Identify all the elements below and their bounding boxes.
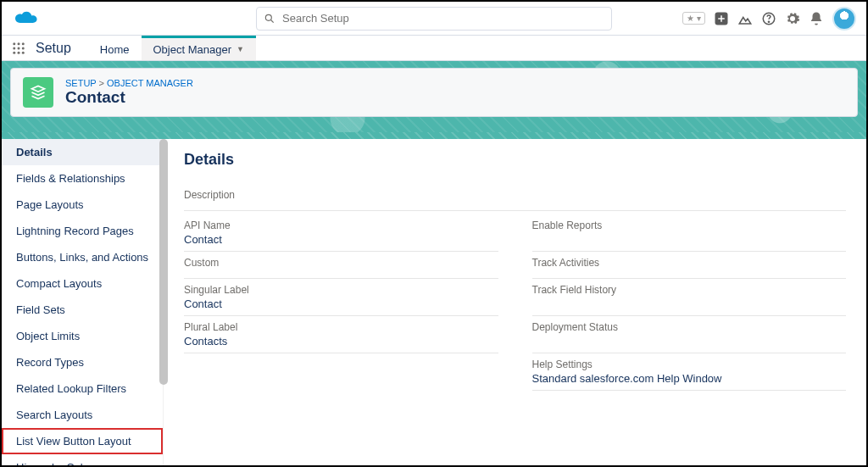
- app-name: Setup: [36, 36, 88, 60]
- nav-tab-label: Object Manager: [153, 43, 232, 56]
- svg-point-9: [18, 47, 20, 49]
- breadcrumb-setup[interactable]: SETUP: [65, 78, 96, 88]
- nav-tab-object-manager[interactable]: Object Manager ▼: [142, 36, 256, 60]
- favorites-button[interactable]: ★ ▾: [682, 12, 705, 25]
- value-plural-label: Contacts: [184, 335, 498, 347]
- page-header-band: SETUP > OBJECT MANAGER Contact: [2, 61, 866, 132]
- sidebar-item-related-lookup-filters[interactable]: Related Lookup Filters: [2, 375, 163, 402]
- sidebar-item-compact-layouts[interactable]: Compact Layouts: [2, 270, 163, 297]
- value-help-settings: Standard salesforce.com Help Window: [532, 372, 847, 385]
- page-header-band-lower: [2, 132, 866, 139]
- svg-point-11: [13, 51, 15, 53]
- object-icon: [23, 77, 53, 108]
- label-api-name: API Name: [184, 220, 498, 231]
- row-custom: Custom: [184, 252, 498, 279]
- sidebar-item-field-sets[interactable]: Field Sets: [2, 297, 163, 323]
- sidebar-item-details[interactable]: Details: [2, 139, 163, 165]
- value-api-name: Contact: [184, 233, 498, 246]
- sidebar-item-fields[interactable]: Fields & Relationships: [2, 165, 163, 192]
- sidebar-scrollbar[interactable]: [159, 139, 168, 385]
- label-description: Description: [184, 189, 846, 201]
- app-launcher-icon[interactable]: [2, 36, 36, 60]
- svg-point-13: [22, 51, 25, 53]
- svg-point-8: [13, 47, 15, 49]
- sidebar-item-list-view-button-layout[interactable]: List View Button Layout: [2, 428, 163, 454]
- row-track-field-history: Track Field History: [532, 279, 847, 316]
- breadcrumb-object-manager[interactable]: OBJECT MANAGER: [107, 78, 193, 88]
- global-header: ★ ▾: [2, 2, 866, 36]
- header-actions: ★ ▾: [682, 7, 856, 31]
- sidebar-item-buttons-links-actions[interactable]: Buttons, Links, and Actions: [2, 244, 163, 270]
- salesforce-cloud-icon[interactable]: [12, 9, 39, 28]
- row-enable-reports: Enable Reports: [532, 214, 847, 252]
- search-icon: [264, 13, 275, 25]
- details-grid: API Name Contact Enable Reports Custom T…: [184, 214, 846, 391]
- nav-tab-label: Home: [100, 43, 130, 56]
- content-heading: Details: [184, 151, 846, 169]
- label-plural-label: Plural Label: [184, 321, 498, 333]
- chevron-down-icon: ▼: [236, 45, 244, 53]
- sidebar-item-lightning-pages[interactable]: Lightning Record Pages: [2, 218, 163, 244]
- sidebar: Details Fields & Relationships Page Layo…: [2, 139, 163, 465]
- row-empty-left: [184, 353, 498, 391]
- add-icon[interactable]: [714, 11, 729, 26]
- avatar[interactable]: [832, 7, 856, 31]
- row-track-activities: Track Activities: [532, 252, 847, 279]
- page-header-card: SETUP > OBJECT MANAGER Contact: [10, 68, 858, 117]
- svg-point-5: [13, 42, 15, 45]
- svg-point-10: [22, 47, 25, 49]
- label-deployment-status: Deployment Status: [532, 321, 847, 333]
- label-help-settings: Help Settings: [532, 359, 847, 370]
- label-enable-reports: Enable Reports: [532, 220, 847, 231]
- notifications-icon[interactable]: [809, 11, 824, 26]
- row-api-name: API Name Contact: [184, 214, 498, 252]
- label-track-field-history: Track Field History: [532, 284, 847, 296]
- details-panel: Details Description API Name Contact Ena…: [163, 139, 866, 465]
- trailhead-icon[interactable]: [737, 11, 753, 26]
- svg-point-4: [768, 21, 769, 22]
- row-description: Description: [184, 184, 846, 211]
- app-nav: Setup Home Object Manager ▼: [2, 36, 866, 61]
- row-singular-label: Singular Label Contact: [184, 279, 498, 316]
- sidebar-item-page-layouts[interactable]: Page Layouts: [2, 192, 163, 218]
- breadcrumb-sep: >: [99, 78, 107, 88]
- help-icon[interactable]: [761, 11, 776, 26]
- global-search[interactable]: [256, 7, 612, 31]
- label-track-activities: Track Activities: [532, 257, 847, 269]
- sidebar-item-object-limits[interactable]: Object Limits: [2, 323, 163, 349]
- main: Details Fields & Relationships Page Layo…: [2, 139, 866, 465]
- svg-line-1: [271, 19, 274, 22]
- svg-point-12: [18, 51, 20, 53]
- sidebar-item-record-types[interactable]: Record Types: [2, 349, 163, 375]
- sidebar-item-hierarchy-columns[interactable]: Hierarchy Columns: [2, 454, 163, 467]
- label-custom: Custom: [184, 257, 498, 269]
- svg-point-7: [22, 42, 25, 45]
- value-singular-label: Contact: [184, 297, 498, 310]
- sidebar-item-search-layouts[interactable]: Search Layouts: [2, 402, 163, 428]
- row-plural-label: Plural Label Contacts: [184, 316, 498, 353]
- search-input[interactable]: [282, 12, 604, 25]
- svg-point-6: [18, 42, 20, 45]
- breadcrumb: SETUP > OBJECT MANAGER: [65, 78, 193, 88]
- row-help-settings: Help Settings Standard salesforce.com He…: [532, 353, 847, 391]
- nav-tab-home[interactable]: Home: [88, 36, 142, 60]
- page-title: Contact: [65, 88, 193, 107]
- gear-icon[interactable]: [785, 11, 800, 26]
- svg-point-0: [265, 14, 271, 20]
- row-deployment-status: Deployment Status: [532, 316, 847, 353]
- label-singular-label: Singular Label: [184, 284, 498, 296]
